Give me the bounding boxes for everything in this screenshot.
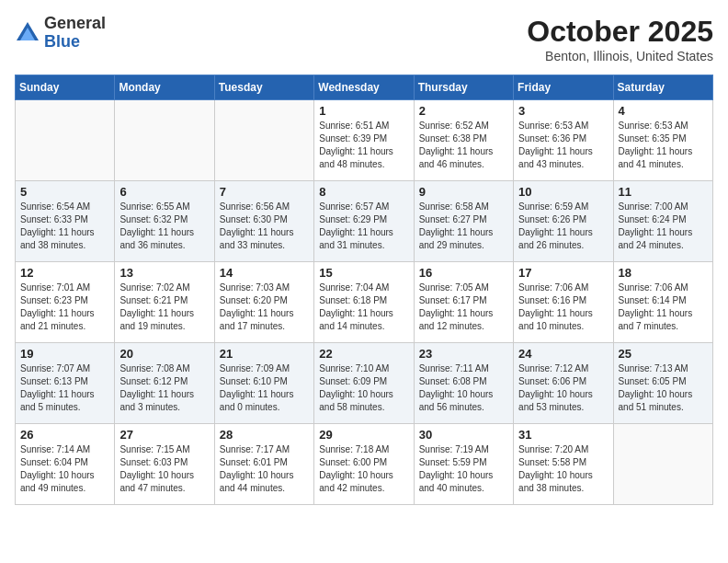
calendar-cell (214, 100, 313, 181)
col-header-saturday: Saturday (613, 75, 712, 100)
calendar-cell: 19Sunrise: 7:07 AM Sunset: 6:13 PM Dayli… (16, 343, 115, 424)
calendar-cell: 3Sunrise: 6:53 AM Sunset: 6:36 PM Daylig… (514, 100, 613, 181)
col-header-monday: Monday (115, 75, 214, 100)
calendar-week-row: 26Sunrise: 7:14 AM Sunset: 6:04 PM Dayli… (16, 424, 713, 505)
day-info: Sunrise: 6:54 AM Sunset: 6:33 PM Dayligh… (20, 201, 109, 252)
calendar-cell: 10Sunrise: 6:59 AM Sunset: 6:26 PM Dayli… (514, 181, 613, 262)
day-number: 29 (319, 428, 408, 442)
calendar-cell: 12Sunrise: 7:01 AM Sunset: 6:23 PM Dayli… (16, 262, 115, 343)
day-info: Sunrise: 7:13 AM Sunset: 6:05 PM Dayligh… (619, 362, 708, 414)
location: Benton, Illinois, United States (527, 49, 713, 63)
calendar-cell: 18Sunrise: 7:06 AM Sunset: 6:14 PM Dayli… (613, 262, 712, 343)
calendar-cell: 6Sunrise: 6:55 AM Sunset: 6:32 PM Daylig… (115, 181, 214, 262)
day-info: Sunrise: 7:14 AM Sunset: 6:04 PM Dayligh… (20, 443, 109, 495)
col-header-friday: Friday (514, 75, 613, 100)
day-number: 26 (20, 428, 109, 442)
day-info: Sunrise: 6:53 AM Sunset: 6:35 PM Dayligh… (619, 120, 708, 171)
calendar-week-row: 19Sunrise: 7:07 AM Sunset: 6:13 PM Dayli… (16, 343, 713, 424)
day-number: 1 (319, 104, 408, 118)
day-info: Sunrise: 7:12 AM Sunset: 6:06 PM Dayligh… (518, 362, 608, 414)
page-header: General Blue October 2025 Benton, Illino… (15, 15, 713, 63)
calendar-cell: 15Sunrise: 7:04 AM Sunset: 6:18 PM Dayli… (314, 262, 414, 343)
col-header-tuesday: Tuesday (214, 75, 313, 100)
day-number: 13 (119, 266, 209, 280)
title-block: October 2025 Benton, Illinois, United St… (527, 15, 713, 63)
day-number: 20 (119, 347, 209, 361)
calendar-cell: 9Sunrise: 6:58 AM Sunset: 6:27 PM Daylig… (414, 181, 513, 262)
day-info: Sunrise: 7:18 AM Sunset: 6:00 PM Dayligh… (319, 443, 408, 495)
day-info: Sunrise: 6:56 AM Sunset: 6:30 PM Dayligh… (220, 201, 309, 252)
logo-text: General Blue (44, 15, 106, 52)
day-number: 16 (419, 266, 508, 280)
calendar-cell: 29Sunrise: 7:18 AM Sunset: 6:00 PM Dayli… (314, 424, 414, 505)
day-info: Sunrise: 7:09 AM Sunset: 6:10 PM Dayligh… (220, 362, 309, 414)
col-header-wednesday: Wednesday (314, 75, 414, 100)
day-number: 4 (619, 104, 708, 118)
calendar-cell: 21Sunrise: 7:09 AM Sunset: 6:10 PM Dayli… (214, 343, 313, 424)
day-info: Sunrise: 6:55 AM Sunset: 6:32 PM Dayligh… (119, 201, 209, 252)
day-number: 18 (619, 266, 708, 280)
calendar-cell: 5Sunrise: 6:54 AM Sunset: 6:33 PM Daylig… (16, 181, 115, 262)
day-info: Sunrise: 7:00 AM Sunset: 6:24 PM Dayligh… (619, 201, 708, 252)
day-number: 14 (220, 266, 309, 280)
calendar-cell: 28Sunrise: 7:17 AM Sunset: 6:01 PM Dayli… (214, 424, 313, 505)
calendar-cell: 7Sunrise: 6:56 AM Sunset: 6:30 PM Daylig… (214, 181, 313, 262)
day-info: Sunrise: 7:01 AM Sunset: 6:23 PM Dayligh… (20, 282, 109, 333)
calendar-cell: 22Sunrise: 7:10 AM Sunset: 6:09 PM Dayli… (314, 343, 414, 424)
calendar-week-row: 1Sunrise: 6:51 AM Sunset: 6:39 PM Daylig… (16, 100, 713, 181)
day-info: Sunrise: 6:57 AM Sunset: 6:29 PM Dayligh… (319, 201, 408, 252)
calendar-cell: 1Sunrise: 6:51 AM Sunset: 6:39 PM Daylig… (314, 100, 414, 181)
day-number: 15 (319, 266, 408, 280)
calendar-table: SundayMondayTuesdayWednesdayThursdayFrid… (15, 75, 713, 505)
col-header-sunday: Sunday (16, 75, 115, 100)
day-number: 7 (220, 185, 309, 199)
day-info: Sunrise: 7:06 AM Sunset: 6:14 PM Dayligh… (619, 282, 708, 333)
day-number: 10 (518, 185, 608, 199)
calendar-cell: 2Sunrise: 6:52 AM Sunset: 6:38 PM Daylig… (414, 100, 513, 181)
calendar-cell (613, 424, 712, 505)
day-number: 19 (20, 347, 109, 361)
day-info: Sunrise: 7:11 AM Sunset: 6:08 PM Dayligh… (419, 362, 508, 414)
day-number: 25 (619, 347, 708, 361)
calendar-cell (16, 100, 115, 181)
month-title: October 2025 (527, 15, 713, 49)
day-number: 27 (119, 428, 209, 442)
logo-general: General (44, 14, 106, 32)
logo-icon (15, 20, 40, 46)
logo-blue: Blue (44, 32, 80, 51)
calendar-cell: 27Sunrise: 7:15 AM Sunset: 6:03 PM Dayli… (115, 424, 214, 505)
calendar-cell (115, 100, 214, 181)
day-number: 24 (518, 347, 608, 361)
day-number: 30 (419, 428, 508, 442)
day-number: 6 (119, 185, 209, 199)
calendar-cell: 17Sunrise: 7:06 AM Sunset: 6:16 PM Dayli… (514, 262, 613, 343)
calendar-cell: 16Sunrise: 7:05 AM Sunset: 6:17 PM Dayli… (414, 262, 513, 343)
calendar-cell: 14Sunrise: 7:03 AM Sunset: 6:20 PM Dayli… (214, 262, 313, 343)
day-info: Sunrise: 7:03 AM Sunset: 6:20 PM Dayligh… (220, 282, 309, 333)
calendar-cell: 25Sunrise: 7:13 AM Sunset: 6:05 PM Dayli… (613, 343, 712, 424)
day-number: 23 (419, 347, 508, 361)
calendar-header-row: SundayMondayTuesdayWednesdayThursdayFrid… (16, 75, 713, 100)
day-info: Sunrise: 6:59 AM Sunset: 6:26 PM Dayligh… (518, 201, 608, 252)
logo: General Blue (15, 15, 106, 52)
calendar-cell: 8Sunrise: 6:57 AM Sunset: 6:29 PM Daylig… (314, 181, 414, 262)
day-number: 31 (518, 428, 608, 442)
day-info: Sunrise: 7:08 AM Sunset: 6:12 PM Dayligh… (119, 362, 209, 414)
calendar-cell: 30Sunrise: 7:19 AM Sunset: 5:59 PM Dayli… (414, 424, 513, 505)
day-number: 22 (319, 347, 408, 361)
day-info: Sunrise: 7:02 AM Sunset: 6:21 PM Dayligh… (119, 282, 209, 333)
day-number: 12 (20, 266, 109, 280)
calendar-cell: 23Sunrise: 7:11 AM Sunset: 6:08 PM Dayli… (414, 343, 513, 424)
day-number: 21 (220, 347, 309, 361)
calendar-cell: 24Sunrise: 7:12 AM Sunset: 6:06 PM Dayli… (514, 343, 613, 424)
day-info: Sunrise: 7:06 AM Sunset: 6:16 PM Dayligh… (518, 282, 608, 333)
day-info: Sunrise: 7:15 AM Sunset: 6:03 PM Dayligh… (119, 443, 209, 495)
day-number: 11 (619, 185, 708, 199)
day-info: Sunrise: 6:51 AM Sunset: 6:39 PM Dayligh… (319, 120, 408, 171)
calendar-cell: 20Sunrise: 7:08 AM Sunset: 6:12 PM Dayli… (115, 343, 214, 424)
day-number: 9 (419, 185, 508, 199)
calendar-week-row: 12Sunrise: 7:01 AM Sunset: 6:23 PM Dayli… (16, 262, 713, 343)
day-info: Sunrise: 7:04 AM Sunset: 6:18 PM Dayligh… (319, 282, 408, 333)
day-number: 8 (319, 185, 408, 199)
calendar-cell: 4Sunrise: 6:53 AM Sunset: 6:35 PM Daylig… (613, 100, 712, 181)
